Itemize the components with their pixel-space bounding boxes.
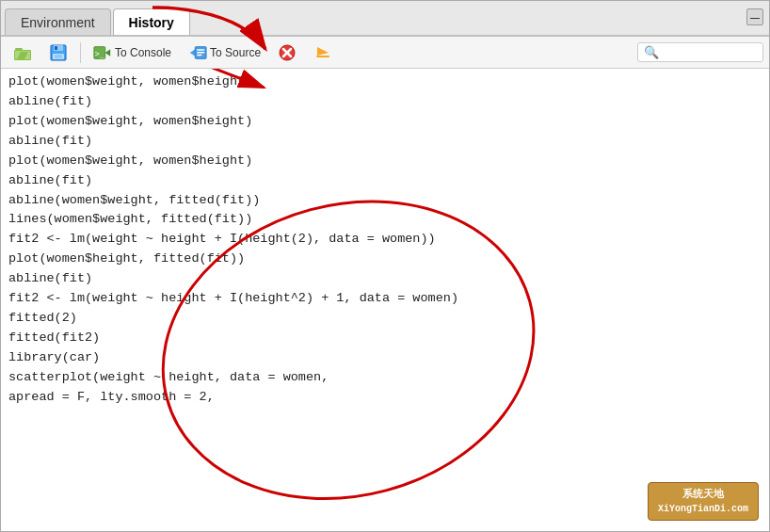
run-icon [313, 43, 332, 62]
to-console-icon: >_ [93, 43, 112, 62]
tab-history[interactable]: History [113, 8, 190, 35]
svg-rect-6 [55, 46, 57, 50]
toolbar: >_ To Console To Source [1, 37, 769, 69]
code-line-12: fitted(2) [8, 309, 762, 329]
code-line-9: plot(women$height, fitted(fit)) [8, 250, 762, 269]
code-line-3: abline(fit) [8, 132, 762, 152]
svg-marker-11 [105, 49, 110, 56]
run-button[interactable] [307, 40, 339, 65]
search-icon: 🔍 [644, 45, 659, 59]
watermark: 系统天地 XiYongTianDi.com [648, 482, 759, 522]
load-button[interactable] [7, 40, 39, 65]
code-line-2: plot(women$weight, women$height) [8, 112, 762, 132]
code-line-5: abline(fit) [8, 171, 762, 191]
separator-1 [80, 42, 81, 63]
svg-marker-12 [190, 49, 195, 56]
svg-rect-15 [197, 52, 204, 53]
watermark-line2: XiYongTianDi.com [658, 502, 748, 516]
code-line-13: fitted(fit2) [8, 329, 762, 348]
svg-rect-16 [197, 54, 201, 55]
minimize-button[interactable]: — [746, 8, 763, 25]
tab-bar: Environment History — [1, 1, 769, 37]
code-line-15: scatterplot(weight ~ height, data = wome… [8, 368, 762, 388]
watermark-line1: 系统天地 [658, 487, 748, 503]
to-source-icon [188, 43, 207, 62]
tab-history-label: History [129, 15, 174, 30]
svg-rect-0 [15, 48, 23, 50]
svg-rect-14 [197, 49, 204, 50]
history-content[interactable]: plot(women$weight, women$height) abline(… [1, 69, 769, 531]
code-line-4: plot(women$weight, women$height) [8, 152, 762, 171]
delete-button[interactable] [271, 40, 303, 65]
delete-icon [278, 43, 297, 62]
code-line-0: plot(women$weight, women$height) [8, 73, 762, 92]
svg-marker-21 [317, 47, 329, 56]
to-console-label: To Console [115, 46, 171, 59]
code-line-7: lines(women$weight, fitted(fit)) [8, 210, 762, 230]
to-source-button[interactable]: To Source [182, 40, 267, 65]
load-icon [13, 43, 32, 62]
svg-rect-20 [316, 56, 329, 57]
rstudio-history-pane: Environment History — [0, 0, 770, 532]
tab-environment-label: Environment [21, 15, 95, 30]
code-line-10: abline(fit) [8, 269, 762, 289]
code-line-1: abline(fit) [8, 92, 762, 112]
code-line-8: fit2 <- lm(weight ~ height + I(height(2)… [8, 230, 762, 250]
svg-text:>_: >_ [95, 48, 104, 57]
code-line-11: fit2 <- lm(weight ~ height + I(height^2)… [8, 289, 762, 309]
search-input[interactable] [663, 46, 757, 59]
save-button[interactable] [42, 40, 74, 65]
to-source-label: To Source [210, 46, 261, 59]
search-box: 🔍 [637, 42, 763, 62]
code-line-16: apread = F, lty.smooth = 2, [8, 388, 762, 408]
svg-rect-8 [55, 55, 62, 58]
save-icon [49, 43, 68, 62]
code-line-14: library(car) [8, 348, 762, 368]
to-console-button[interactable]: >_ To Console [87, 40, 178, 65]
code-line-6: abline(women$weight, fitted(fit)) [8, 191, 762, 211]
tab-environment[interactable]: Environment [5, 8, 111, 35]
